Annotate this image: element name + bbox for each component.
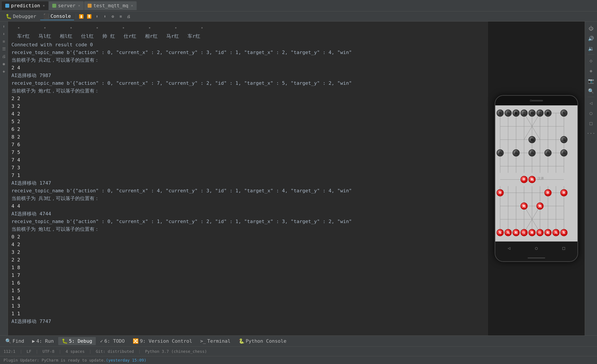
tab-test-mqtt-close[interactable]: × (131, 4, 133, 8)
tab-console[interactable]: ⬛ Console (40, 13, 74, 20)
volume-down-icon[interactable]: 🔉 (587, 44, 595, 53)
tab-prediction-close[interactable]: × (43, 4, 45, 8)
phone-screen[interactable]: 楚河 汉界车马象士帅士象车炮马兵兵兵兵兵卒炮卒卒卒炮炮车马相仕将仕相马车 (495, 105, 577, 241)
svg-text:车: 车 (499, 111, 502, 115)
tab-prediction-label: prediction (11, 3, 40, 8)
left-icon-4[interactable]: ☰ (1, 46, 7, 52)
svg-text:士: 士 (522, 111, 526, 115)
status-position: 112:1 (4, 349, 15, 354)
svg-text:相: 相 (546, 231, 550, 234)
console-line: 2 2 (11, 95, 485, 102)
toolbar-btn-6[interactable]: ≡ (117, 13, 124, 20)
tab-prediction[interactable]: prediction × (2, 1, 48, 10)
console-line: 当前棋子为 兵3红，可以落子的位置有： (11, 194, 485, 202)
back-icon[interactable]: ◁ (587, 99, 595, 107)
svg-rect-0 (495, 108, 577, 239)
console-line: receive_topic_name b'{"action" : 0, "cur… (11, 187, 485, 194)
toolbar-btn-2[interactable]: ⏬ (86, 13, 93, 20)
tab-server-icon (52, 4, 56, 8)
console-line: 7 6 (11, 141, 485, 148)
tab-prediction-icon (5, 4, 9, 8)
console-line: 7 5 (11, 148, 485, 156)
highlight-icon[interactable]: ◈ (587, 67, 595, 75)
plugin-text: Plugin Updater: PyCharm is ready to upda… (4, 358, 106, 363)
debugger-label: Debugger (13, 14, 36, 19)
toolbar-btn-4[interactable]: ⬇ (102, 13, 109, 20)
square-icon[interactable]: □ (587, 119, 595, 127)
left-icon-5[interactable]: 🖨 (1, 53, 7, 59)
left-icon-7[interactable]: ◈ (1, 68, 7, 74)
eraser-icon[interactable]: ◇ (587, 56, 595, 65)
bottom-tab-todo[interactable]: ✓ 6: TODO (97, 337, 128, 345)
console-line: 4 2 (11, 241, 485, 248)
tab-test-mqtt-icon (88, 4, 92, 8)
svg-text:兵: 兵 (546, 151, 550, 155)
toolbar-btn-3[interactable]: ⬆ (94, 13, 101, 20)
bottom-tab-run[interactable]: ▶ 4: Run (29, 337, 57, 345)
debug-icon: 🐛 (62, 338, 68, 344)
python-console-label: Python Console (246, 338, 286, 344)
svg-text:车: 车 (562, 231, 566, 234)
status-encoding: UTF-8 (43, 349, 55, 354)
svg-text:车: 车 (562, 111, 566, 115)
bottom-tab-vcs[interactable]: 🔀 9: Version Control (129, 337, 196, 345)
left-icon-1[interactable]: ⬆ (1, 23, 7, 29)
circle-icon[interactable]: ○ (587, 109, 595, 117)
terminal-label: Terminal (207, 338, 231, 344)
terminal-icon: >_ (200, 338, 206, 344)
toolbar-btn-5[interactable]: ⚙ (109, 13, 116, 20)
left-icon-2[interactable]: ⬇ (1, 31, 7, 37)
tab-test-mqtt[interactable]: test_mqtt_mq × (84, 1, 137, 10)
tab-server[interactable]: server × (49, 1, 84, 10)
camera-icon[interactable]: 📷 (587, 77, 595, 85)
toolbar-btn-1[interactable]: ⏫ (78, 13, 85, 20)
bottom-tab-terminal[interactable]: >_ Terminal (196, 337, 234, 345)
phone-frame: 楚河 汉界车马象士帅士象车炮马兵兵兵兵兵卒炮卒卒卒炮炮车马相仕将仕相马车 ◁ ○… (495, 95, 578, 262)
tab-server-close[interactable]: × (78, 4, 80, 8)
vcs-label: 9: Version Control (140, 338, 192, 344)
bottom-tab-debug[interactable]: 🐛 5: Debug (58, 337, 96, 345)
recents-button[interactable]: □ (560, 244, 568, 252)
tab-debugger[interactable]: 🐛 Debugger (3, 13, 39, 20)
console-line: Connected with result code 0 (11, 41, 485, 48)
left-icon-3[interactable]: ≡ (1, 38, 7, 44)
left-icons: ⬆ ⬇ ≡ ☰ 🖨 ◉ ◈ (0, 22, 8, 335)
svg-text:仕: 仕 (538, 231, 542, 234)
left-icon-6[interactable]: ◉ (1, 61, 7, 67)
home-button[interactable]: ○ (532, 244, 540, 252)
status-interpreter: Python 3.7 (chinese_chess) (145, 349, 207, 354)
svg-text:卒: 卒 (546, 191, 550, 195)
svg-text:马: 马 (562, 138, 566, 142)
back-button[interactable]: ◁ (505, 244, 513, 252)
console-line: 7 4 (11, 156, 485, 164)
bottom-tab-python-console[interactable]: 🐍 Python Console (235, 337, 290, 345)
power-icon[interactable]: ⏻ (587, 24, 595, 32)
console-line: 当前棋子为 炮l红，可以落子的位置有： (11, 225, 485, 233)
more-icon[interactable]: ··· (587, 129, 595, 137)
toolbar-row: 🐛 Debugger ⬛ Console ⏫ ⏬ ⬆ ⬇ ⚙ ≡ 🖨 (0, 11, 597, 22)
svg-text:炮: 炮 (530, 178, 534, 181)
console-line: AI选择移动 4744 (11, 210, 485, 217)
zoom-icon[interactable]: 🔍 (587, 87, 595, 95)
svg-text:象: 象 (514, 111, 518, 115)
console-line: 3 2 (11, 102, 485, 110)
chess-board-container[interactable]: 楚河 汉界车马象士帅士象车炮马兵兵兵兵兵卒炮卒卒卒炮炮车马相仕将仕相马车 (495, 105, 577, 241)
bottom-tab-find[interactable]: 🔍 Find (2, 337, 28, 345)
console-line: 5 2 (11, 118, 485, 125)
run-label: 4: Run (36, 338, 54, 344)
debug-label: 5: Debug (69, 338, 92, 344)
console-line: 当前棋子为 兵2红，可以落子的位置有： (11, 56, 485, 64)
find-icon: 🔍 (5, 338, 11, 344)
bottom-tabs: 🔍 Find ▶ 4: Run 🐛 5: Debug ✓ 6: TODO 🔀 9… (0, 335, 597, 346)
console-line: 当前棋子为 炮r红，可以落子的位置有： (11, 87, 485, 95)
console-line: AI选择移动 1747 (11, 179, 485, 187)
gesture-line (528, 257, 545, 258)
volume-up-icon[interactable]: 🔊 (587, 34, 595, 43)
toolbar-btn-7[interactable]: 🖨 (125, 13, 132, 20)
console-line: 4 2 (11, 110, 485, 118)
svg-text:将: 将 (530, 231, 534, 234)
python-icon: 🐍 (239, 338, 244, 344)
device-area: 楚河 汉界车马象士帅士象车炮马兵兵兵兵兵卒炮卒卒卒炮炮车马相仕将仕相马车 ◁ ○… (488, 22, 585, 335)
svg-text:卒: 卒 (522, 178, 526, 181)
plugin-link[interactable]: (yesterday 15:09) (106, 358, 146, 363)
